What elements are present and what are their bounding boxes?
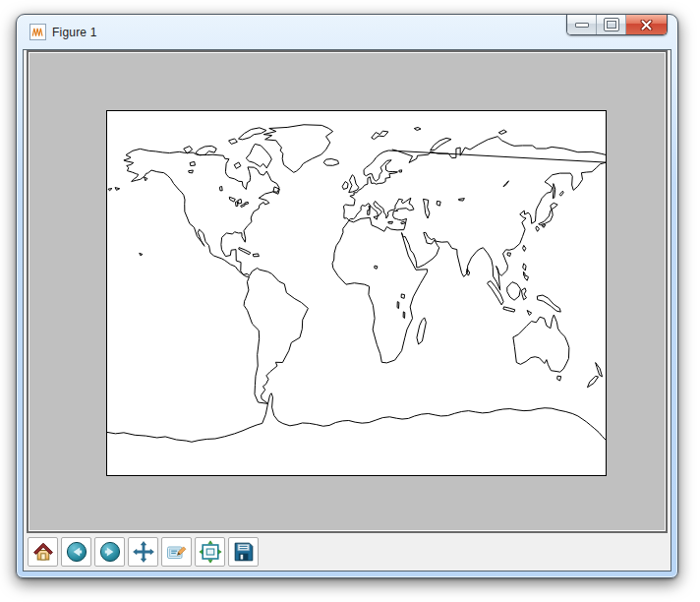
coastline-lakes [189, 161, 508, 318]
window-title: Figure 1 [52, 26, 97, 39]
coastline-arctic-islands [184, 128, 279, 194]
caption-buttons [566, 15, 668, 35]
back-icon [65, 540, 88, 564]
canvas-frame [27, 50, 668, 533]
coastline-australia [513, 315, 569, 372]
client-area [23, 49, 671, 572]
pan-button[interactable] [128, 537, 158, 567]
navigation-toolbar [24, 533, 671, 571]
close-button[interactable] [626, 15, 667, 34]
maximize-icon [605, 19, 618, 30]
zoom-rect-button[interactable] [161, 537, 192, 567]
maximize-button[interactable] [597, 15, 626, 34]
coastline-greenland [263, 124, 332, 171]
pan-icon [132, 540, 155, 564]
coastline-afro-eurasia [332, 136, 606, 362]
forward-button[interactable] [94, 537, 125, 567]
forward-icon [98, 540, 122, 564]
zoom-rect-icon [165, 540, 189, 564]
coastline-islands [109, 127, 603, 387]
save-button[interactable] [228, 537, 259, 567]
figure-canvas[interactable] [29, 53, 665, 530]
minimize-button[interactable] [567, 15, 597, 34]
home-button[interactable] [28, 537, 58, 567]
desktop-background: Figure 1 [0, 0, 700, 602]
coastline-americas [124, 149, 308, 403]
subplots-button[interactable] [195, 537, 225, 567]
back-button[interactable] [61, 537, 91, 567]
titlebar[interactable]: Figure 1 [17, 15, 677, 49]
map-axes[interactable] [106, 110, 607, 476]
home-icon [31, 540, 55, 564]
coastline-antarctica [107, 392, 606, 442]
figure-window: Figure 1 [16, 14, 678, 578]
close-icon [640, 20, 653, 30]
save-icon [232, 540, 256, 564]
matplotlib-logo-icon[interactable] [29, 24, 46, 40]
subplots-icon [199, 540, 222, 564]
minimize-icon [575, 23, 589, 28]
